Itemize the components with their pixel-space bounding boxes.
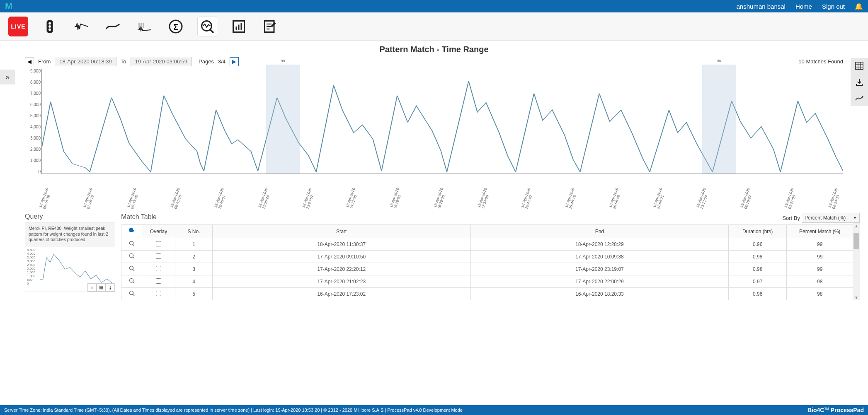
match-table: Overlay S No. Start End Duration (hrs) P… bbox=[121, 224, 853, 300]
table-scrollbar[interactable]: ▲ ▼ bbox=[853, 223, 860, 300]
inspect-icon[interactable] bbox=[121, 288, 142, 300]
match-panel: Match Table Sort By Percent Match (%) ▼ … bbox=[121, 213, 860, 300]
wave-icon[interactable] bbox=[71, 17, 91, 36]
swoosh-icon[interactable] bbox=[103, 17, 123, 36]
percent-header: Percent Match (%) bbox=[787, 225, 853, 238]
svg-point-2 bbox=[48, 25, 51, 28]
signout-link[interactable]: Sign out bbox=[822, 3, 845, 10]
duration-header: Duration (hrs) bbox=[729, 225, 787, 238]
dropdown-icon: ▼ bbox=[853, 216, 857, 220]
spectrum-icon[interactable] bbox=[134, 17, 154, 36]
page-title: Pattern Match - Time Range bbox=[0, 45, 868, 54]
end-cell: 17-Apr-2020 22:00:29 bbox=[470, 275, 729, 288]
overlay-checkbox[interactable] bbox=[142, 263, 175, 275]
prev-page-button[interactable]: ◀ bbox=[25, 57, 34, 66]
end-cell: 17-Apr-2020 23:19:07 bbox=[470, 263, 729, 275]
chart-side-tools bbox=[851, 58, 868, 106]
start-cell: 16-Apr-2020 17:23:02 bbox=[213, 288, 471, 300]
percent-cell: 98 bbox=[787, 275, 853, 288]
bar-chart-icon[interactable] bbox=[229, 17, 249, 36]
start-cell: 17-Apr-2020 21:02:23 bbox=[213, 275, 471, 288]
main-toolbar: LIVE Σ bbox=[0, 12, 868, 41]
y-axis: 9,0008,0007,0006,0005,0004,0003,0002,000… bbox=[26, 69, 41, 174]
overlay-header: Overlay bbox=[142, 225, 175, 238]
sno-cell: 2 bbox=[175, 251, 213, 263]
sno-cell: 1 bbox=[175, 238, 213, 251]
svg-rect-13 bbox=[238, 24, 240, 30]
sidebar-expand-button[interactable]: » bbox=[0, 70, 15, 84]
sno-header: S No. bbox=[175, 225, 213, 238]
scroll-thumb[interactable] bbox=[853, 233, 859, 249]
percent-cell: 99 bbox=[787, 263, 853, 275]
svg-rect-19 bbox=[856, 62, 863, 70]
table-row[interactable]: 1 18-Apr-2020 11:30:37 18-Apr-2020 12:28… bbox=[121, 238, 853, 251]
lower-panels: Query Merck PI, RE400, Weight smallest p… bbox=[0, 213, 868, 304]
percent-cell: 98 bbox=[787, 288, 853, 300]
report-edit-icon[interactable] bbox=[260, 17, 280, 36]
brand-logo: M bbox=[5, 1, 12, 12]
table-row[interactable]: 4 17-Apr-2020 21:02:23 17-Apr-2020 22:00… bbox=[121, 275, 853, 288]
query-y-axis: 4,5004,0003,5003,0002,5002,0001,5001,000… bbox=[27, 248, 39, 284]
to-label: To bbox=[121, 58, 126, 65]
overlay-checkbox[interactable] bbox=[142, 275, 175, 288]
inspect-icon[interactable] bbox=[121, 263, 142, 275]
user-name[interactable]: anshuman bansal bbox=[737, 3, 786, 10]
table-row[interactable]: 2 17-Apr-2020 09:10:50 17-Apr-2020 10:09… bbox=[121, 251, 853, 263]
duration-cell: 0.98 bbox=[729, 251, 787, 263]
query-chart: 4,5004,0003,5003,0002,5002,0001,5001,000… bbox=[25, 246, 115, 292]
svg-point-27 bbox=[129, 254, 133, 258]
to-date[interactable]: 19-Apr-2020 03:06:59 bbox=[131, 57, 192, 66]
sort-by-label: Sort By bbox=[782, 215, 800, 221]
sort-by-select[interactable]: Percent Match (%) ▼ bbox=[802, 213, 860, 223]
from-date[interactable]: 18-Apr-2020 06:18:39 bbox=[55, 57, 116, 66]
sno-cell: 3 bbox=[175, 263, 213, 275]
query-info-icon[interactable]: i bbox=[87, 283, 97, 292]
overlay-checkbox[interactable] bbox=[142, 251, 175, 263]
curve-icon[interactable] bbox=[851, 90, 868, 106]
scroll-down-icon[interactable]: ▼ bbox=[853, 294, 860, 300]
svg-text:Σ: Σ bbox=[173, 22, 178, 31]
match-table-header: Match Table bbox=[121, 213, 782, 221]
svg-line-26 bbox=[133, 245, 134, 246]
table-row[interactable]: 5 16-Apr-2020 17:23:02 16-Apr-2020 18:20… bbox=[121, 288, 853, 300]
notifications-icon[interactable]: 🔔 bbox=[855, 2, 863, 10]
matches-found: 10 Matches Found bbox=[798, 58, 843, 65]
percent-cell: 99 bbox=[787, 251, 853, 263]
svg-point-31 bbox=[129, 279, 133, 282]
svg-line-32 bbox=[133, 282, 134, 284]
table-row[interactable]: 3 17-Apr-2020 22:20:12 17-Apr-2020 23:19… bbox=[121, 263, 853, 275]
svg-line-10 bbox=[211, 29, 214, 33]
inspect-icon[interactable] bbox=[121, 238, 142, 251]
live-button[interactable]: LIVE bbox=[8, 17, 28, 36]
query-header: Query bbox=[25, 213, 115, 220]
download-icon[interactable] bbox=[851, 74, 868, 90]
app-header: M anshuman bansal Home Sign out 🔔 bbox=[0, 0, 868, 12]
svg-line-30 bbox=[133, 270, 134, 271]
duration-cell: 0.98 bbox=[729, 263, 787, 275]
inspect-icon[interactable] bbox=[121, 275, 142, 288]
traffic-light-icon[interactable] bbox=[40, 17, 60, 36]
duration-cell: 0.96 bbox=[729, 238, 787, 251]
pages-value: 3/4 bbox=[218, 58, 225, 65]
sigma-icon[interactable]: Σ bbox=[166, 17, 186, 36]
query-table-icon[interactable]: ▦ bbox=[97, 283, 106, 292]
start-cell: 17-Apr-2020 22:20:12 bbox=[213, 263, 471, 275]
inspect-icon[interactable] bbox=[121, 251, 142, 263]
query-description: Merck PI, RE400, Weight smallest peak pa… bbox=[25, 222, 115, 246]
tag-header-icon[interactable] bbox=[121, 225, 142, 238]
next-page-button[interactable]: ▶ bbox=[230, 57, 239, 66]
grid-view-icon[interactable] bbox=[851, 58, 868, 74]
overlay-checkbox[interactable] bbox=[142, 238, 175, 251]
overlay-checkbox[interactable] bbox=[142, 288, 175, 300]
start-cell: 18-Apr-2020 11:30:37 bbox=[213, 238, 471, 251]
duration-cell: 0.96 bbox=[729, 288, 787, 300]
svg-rect-12 bbox=[236, 27, 237, 30]
scroll-up-icon[interactable]: ▲ bbox=[853, 223, 860, 229]
query-panel: Query Merck PI, RE400, Weight smallest p… bbox=[25, 213, 115, 300]
end-cell: 18-Apr-2020 12:28:29 bbox=[470, 238, 729, 251]
home-link[interactable]: Home bbox=[795, 3, 812, 10]
pattern-match-icon[interactable] bbox=[197, 17, 217, 36]
plot-area[interactable]: 9998 bbox=[41, 69, 843, 174]
svg-rect-14 bbox=[241, 23, 242, 30]
query-download-icon[interactable]: ⭳ bbox=[106, 283, 115, 292]
